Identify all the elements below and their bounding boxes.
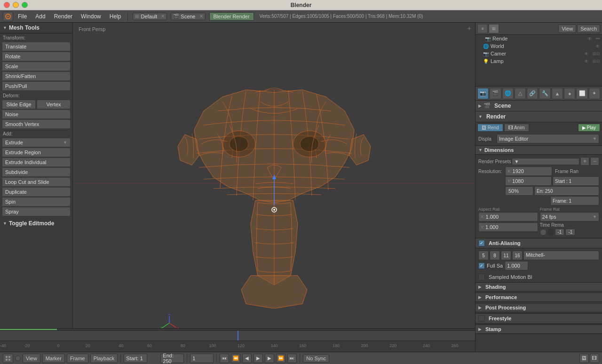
dimensions-header[interactable]: ▼ Dimensions xyxy=(475,145,602,155)
spin-btn[interactable]: Spin xyxy=(2,197,71,206)
shrink-fatten-btn[interactable]: Shrink/Fatten xyxy=(2,71,71,81)
bb-view-btn[interactable]: View xyxy=(23,354,40,363)
minimize-button[interactable] xyxy=(13,2,19,8)
noise-btn[interactable]: Noise xyxy=(2,110,71,119)
no-sync-btn[interactable]: No Sync xyxy=(303,354,329,363)
display-select[interactable]: Image Editor ▼ xyxy=(497,134,599,143)
frame-field[interactable]: Frame: 1 xyxy=(550,196,599,206)
viewport-corner-plus[interactable]: + xyxy=(467,24,471,32)
blender-logo[interactable] xyxy=(3,12,13,21)
duplicate-btn[interactable]: Duplicate xyxy=(2,187,71,197)
outliner-item-render[interactable]: 📷 Rende 👁 ••• xyxy=(475,35,602,42)
properties-icon[interactable]: ⊞ xyxy=(489,24,499,33)
step-back-btn[interactable]: ◀ xyxy=(242,354,252,363)
close-button[interactable] xyxy=(4,2,10,8)
res-y-field[interactable]: Y: 1080 xyxy=(505,176,552,186)
skip-start-btn[interactable]: ⏮ xyxy=(220,354,229,363)
aa-val-11[interactable]: 11 xyxy=(501,251,511,260)
current-frame-field[interactable]: 1 xyxy=(190,354,214,363)
aa-header[interactable]: ✓ Anti-Aliasing xyxy=(475,238,602,248)
texture-props-icon[interactable]: ⬜ xyxy=(576,88,587,99)
aa-val-5[interactable]: 5 xyxy=(478,251,489,260)
eye-icon-world[interactable]: 👁 xyxy=(595,44,600,49)
start-field-bb[interactable]: Start: 1 xyxy=(124,354,147,363)
render-props-icon[interactable]: 📷 xyxy=(477,88,489,99)
eye-icon-lamp[interactable]: 👁 xyxy=(584,59,589,64)
outliner-icon[interactable]: ≡ xyxy=(477,24,488,33)
post-processing-header[interactable]: ▶ Post Processing xyxy=(475,303,602,312)
preset-minus-btn[interactable]: − xyxy=(590,157,599,166)
render-tab-rend[interactable]: 🖼 Rend xyxy=(477,124,503,132)
push-pull-btn[interactable]: Push/Pull xyxy=(2,81,71,91)
end-field[interactable]: En: 250 xyxy=(534,186,599,196)
outliner-item-camera[interactable]: 📷 Camer 👁 ⊞⊟ xyxy=(475,50,602,57)
translate-btn[interactable]: Translate xyxy=(2,42,71,51)
aspect-x-field[interactable]: X: 1.000 xyxy=(478,212,538,222)
render-engine-btn[interactable]: Blender Render xyxy=(209,12,254,21)
spray-btn[interactable]: Spray xyxy=(2,207,71,216)
rotate-btn[interactable]: Rotate xyxy=(2,52,71,61)
object-props-icon[interactable]: △ xyxy=(515,88,526,99)
vertex-btn[interactable]: Vertex xyxy=(37,100,71,109)
search-btn[interactable]: Search xyxy=(577,24,600,33)
neg-one-a-btn[interactable]: -1 xyxy=(555,229,565,236)
render-image-btn[interactable]: 🖼 xyxy=(579,354,589,363)
layout-x-icon[interactable]: ✕ xyxy=(161,14,165,19)
extrude-btn[interactable]: Extrude ▼ xyxy=(2,138,71,147)
circle-dark[interactable] xyxy=(547,229,554,236)
performance-header[interactable]: ▶ Performance xyxy=(475,293,602,302)
render-anim-btn[interactable]: 🎞 xyxy=(590,354,599,363)
end-field-bb[interactable]: End: 250 xyxy=(160,354,184,363)
menu-file[interactable]: File xyxy=(14,12,31,21)
aa-val-16[interactable]: 16 xyxy=(512,251,523,260)
res-x-field[interactable]: X: 1920 xyxy=(505,166,552,176)
constraint-props-icon[interactable]: 🔗 xyxy=(527,88,538,99)
world-props-icon[interactable]: 🌐 xyxy=(502,88,514,99)
smooth-vertex-btn[interactable]: Smooth Vertex xyxy=(2,119,71,129)
render-tab-anim[interactable]: 🎞 Anim xyxy=(504,124,529,132)
render-section-header[interactable]: ▼ Render xyxy=(475,111,602,122)
aa-val-8[interactable]: 8 xyxy=(490,251,500,260)
stamp-header[interactable]: ▶ Stamp xyxy=(475,324,602,334)
collapse-triangle[interactable]: ▼ xyxy=(3,25,7,30)
full-sa-checkbox[interactable]: ✓ xyxy=(478,262,485,269)
sampled-checkbox[interactable] xyxy=(478,274,485,280)
bb-playback-btn[interactable]: Playback xyxy=(90,354,118,363)
step-fwd-btn[interactable]: ▶ xyxy=(265,354,274,363)
freestyle-header[interactable]: Freestyle xyxy=(475,313,602,324)
preset-plus-btn[interactable]: + xyxy=(580,157,589,166)
freestyle-checkbox[interactable] xyxy=(478,315,485,322)
loop-cut-btn[interactable]: Loop Cut and Slide xyxy=(2,177,71,187)
scene-props-icon[interactable]: 🎬 xyxy=(490,88,501,99)
menu-render[interactable]: Render xyxy=(50,12,76,21)
toggle-collapse[interactable]: ▼ xyxy=(3,221,7,226)
shading-header[interactable]: ▶ Shading xyxy=(475,282,602,292)
menu-add[interactable]: Add xyxy=(32,12,49,21)
preset-btn[interactable]: ▼ xyxy=(512,158,579,165)
frame-rate-field[interactable]: 24 fps ▼ xyxy=(540,212,600,222)
pct-field[interactable]: 50% xyxy=(505,186,533,196)
scene-section-header[interactable]: ▶ 🎬 Scene xyxy=(475,101,602,111)
outliner-item-lamp[interactable]: 💡 Lamp 👁 ⊞⊟ xyxy=(475,57,602,65)
jump-back-btn[interactable]: ⏪ xyxy=(231,354,240,363)
start-field[interactable]: Start : 1 xyxy=(553,176,599,186)
aa-filter-select[interactable]: Mitchell- xyxy=(523,251,599,260)
material-props-icon[interactable]: ● xyxy=(564,88,575,99)
scene-selector[interactable]: 🎬 Scene ✕ xyxy=(171,13,205,20)
scale-btn[interactable]: Scale xyxy=(2,62,71,71)
extrude-region-btn[interactable]: Extrude Region xyxy=(2,148,71,157)
jump-fwd-btn[interactable]: ⏩ xyxy=(276,354,285,363)
particle-props-icon[interactable]: ✦ xyxy=(589,88,600,99)
aspect-y-field[interactable]: Y: 1.000 xyxy=(478,222,538,232)
aa-checkbox[interactable]: ✓ xyxy=(478,240,485,246)
extrude-individual-btn[interactable]: Extrude Individual xyxy=(2,158,71,167)
outliner-item-world[interactable]: 🌐 World 👁 xyxy=(475,42,602,50)
menu-window[interactable]: Window xyxy=(77,12,105,21)
eye-icon-camera[interactable]: 👁 xyxy=(584,51,589,56)
skip-end-btn[interactable]: ⏭ xyxy=(287,354,297,363)
full-sa-value[interactable]: 1.000 xyxy=(505,261,528,270)
play-btn[interactable]: ▶ xyxy=(253,354,263,363)
layout-selector[interactable]: ⊞ Default ✕ xyxy=(133,13,167,20)
scene-x-icon[interactable]: ✕ xyxy=(199,14,203,19)
view-btn[interactable]: View xyxy=(558,24,576,33)
